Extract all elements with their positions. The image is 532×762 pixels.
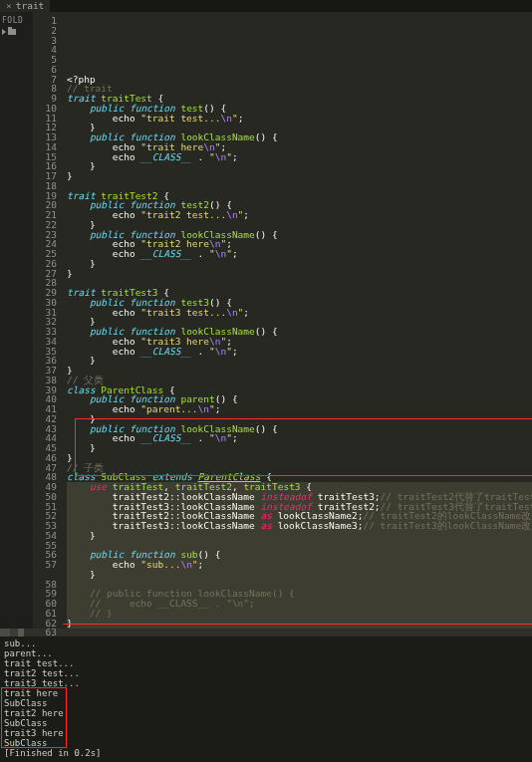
code-line[interactable]: echo "trait3 test...\n"; <box>67 308 532 318</box>
sidebar-folder-row[interactable] <box>0 29 33 35</box>
code-line[interactable]: echo __CLASS__ . "\n"; <box>67 249 532 259</box>
code-line[interactable]: } <box>67 259 532 269</box>
code-line-blank <box>67 628 532 629</box>
code-line[interactable]: } <box>67 161 532 171</box>
horizontal-scrollbar[interactable] <box>0 629 532 636</box>
console-status: [Finished in 0.2s] <box>4 748 528 758</box>
main-area: FOLD 12345678910111213141516171819202122… <box>0 12 532 629</box>
disclosure-triangle-icon <box>2 29 6 35</box>
console-line: SubClass <box>4 718 528 728</box>
output-console[interactable]: sub...parent...trait test...trait2 test.… <box>0 636 532 762</box>
code-line[interactable]: } <box>67 531 532 541</box>
code-line[interactable]: echo __CLASS__ . "\n"; <box>67 152 532 162</box>
close-icon[interactable]: × <box>6 0 12 12</box>
code-line[interactable]: } <box>67 619 532 629</box>
console-line: SubClass <box>4 738 528 748</box>
line-number: 57 <box>33 560 57 570</box>
code-line[interactable]: traitTest3::lookClassName as lookClassNa… <box>67 521 532 531</box>
code-editor[interactable]: 1234567891011121314151617181920212223242… <box>33 12 532 629</box>
tab-title: trait <box>16 0 45 12</box>
console-line: SubClass <box>4 698 528 708</box>
code-line[interactable]: // } <box>67 609 532 619</box>
code-line[interactable]: } <box>67 443 532 453</box>
code-line[interactable]: } <box>67 366 532 376</box>
console-line: parent... <box>4 648 528 658</box>
console-line: trait2 here <box>4 708 528 718</box>
code-line[interactable]: // echo __CLASS__ . "\n"; <box>67 599 532 609</box>
code-line[interactable]: echo __CLASS__ . "\n"; <box>67 347 532 357</box>
code-line[interactable]: echo "parent...\n"; <box>67 404 532 414</box>
console-line: trait3 here <box>4 728 528 738</box>
console-line: trait2 test... <box>4 668 528 678</box>
console-line: trait3 test... <box>4 678 528 688</box>
console-line: trait here <box>4 688 528 698</box>
code-area[interactable]: <?php// traittrait traitTest { public fu… <box>63 12 532 629</box>
code-line[interactable]: echo "sub...\n"; <box>67 560 532 570</box>
code-line[interactable]: <?php <box>67 75 532 85</box>
code-line[interactable]: } <box>67 453 532 463</box>
code-line[interactable]: } <box>67 570 532 580</box>
console-line: trait test... <box>4 658 528 668</box>
folder-icon <box>8 29 16 35</box>
app-root: × trait FOLD 123456789101112131415161718… <box>0 0 532 762</box>
sidebar: FOLD <box>0 12 33 629</box>
code-line[interactable]: echo "trait test...\n"; <box>67 114 532 124</box>
console-line: sub... <box>4 638 528 648</box>
code-line[interactable]: } <box>67 171 532 181</box>
tab-active[interactable]: × trait <box>0 0 50 12</box>
sidebar-heading: FOLD <box>0 16 33 25</box>
tab-bar: × trait <box>0 0 532 12</box>
code-line[interactable]: } <box>67 269 532 279</box>
code-line[interactable]: } <box>67 356 532 366</box>
code-line[interactable]: echo "trait2 test...\n"; <box>67 210 532 220</box>
line-number-gutter: 1234567891011121314151617181920212223242… <box>33 12 63 629</box>
code-line[interactable]: echo __CLASS__ . "\n"; <box>67 433 532 443</box>
